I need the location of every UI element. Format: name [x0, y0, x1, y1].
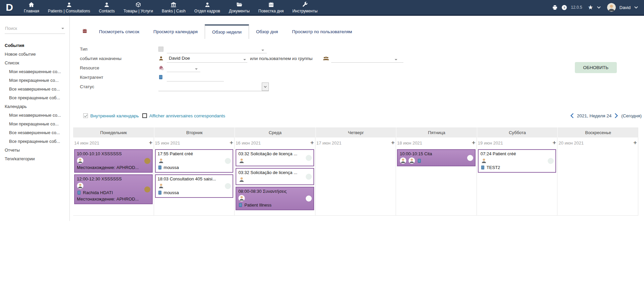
- help-icon[interactable]: ?: [561, 5, 567, 10]
- topmenu-item-документы[interactable]: Документы: [225, 0, 254, 15]
- sidebar-item-мои-незавершенные-со[interactable]: Мои незавершенные со...: [0, 67, 69, 76]
- tab-обзор-недели[interactable]: Обзор недели: [205, 24, 249, 39]
- day-events-cell: 10:00-10:15 Cita: [396, 148, 477, 215]
- calendar-event[interactable]: 18:03 Consultation 405 saisi...moussa: [155, 174, 234, 198]
- thirdparty-input[interactable]: [167, 73, 224, 81]
- tab-посмотреть-список[interactable]: Посмотреть список: [92, 24, 146, 39]
- sidebar-item-мои-прекращенные-со[interactable]: Мои прекращенные со...: [0, 120, 69, 128]
- next-week-chevron-icon[interactable]: [615, 113, 618, 118]
- sidebar-item-мои-прекращенные-со[interactable]: Мои прекращенные со...: [0, 76, 69, 85]
- print-icon[interactable]: [552, 5, 558, 10]
- assigned-user-dropdown[interactable]: David Doe: [167, 54, 247, 63]
- event-location: Местонахождение: APHROD...: [77, 196, 150, 202]
- topmenu-item-повестка-дня[interactable]: Повестка дня: [254, 0, 288, 15]
- anniversaries-toggle[interactable]: Afficher anniversaires correspondants: [142, 113, 225, 118]
- user-menu[interactable]: David: [620, 5, 631, 10]
- calendar-event[interactable]: 07:24 Patient crééTEST2: [478, 149, 556, 173]
- event-company-name: moussa: [164, 189, 179, 196]
- tools-icon: [302, 1, 308, 8]
- event-avatar-row: [158, 182, 231, 189]
- filter-row-thirdparty: Контрагент: [80, 72, 644, 82]
- sidebar-item-календарь[interactable]: Календарь: [0, 102, 69, 111]
- sidebar-item-список[interactable]: Список: [0, 59, 69, 67]
- topmenu-item-товары-услуги[interactable]: Товары | Услуги: [119, 0, 157, 15]
- topmenu-item-главная[interactable]: Главная: [19, 0, 44, 15]
- topmenu-item-patients-consultations[interactable]: Patients | Consultations: [44, 0, 95, 15]
- company-icon: [158, 190, 162, 195]
- sidebar-search-input[interactable]: Поиск: [5, 26, 65, 34]
- type-checkbox[interactable]: [158, 47, 163, 52]
- day-events-cell: [315, 148, 396, 215]
- event-title: 08:00-08:30 Συναντήσεις: [238, 188, 311, 194]
- event-company-row: Rachida HDATI: [77, 189, 150, 196]
- sidebar-item-все-незавершенные-со[interactable]: Все незавершенные со...: [0, 85, 69, 94]
- calendar-event[interactable]: 03:32 Solicitação de licença ...: [236, 168, 314, 185]
- calendar-event[interactable]: 12:00-12:30 XSSSSSSRachida HDATIМестонах…: [74, 174, 153, 204]
- anniversaries-checkbox[interactable]: [142, 113, 147, 118]
- bank-icon: [170, 1, 177, 8]
- sidebar-item-отчеты[interactable]: Отчеты: [0, 146, 69, 155]
- topmenu-item-label: Banks | Cash: [162, 9, 186, 13]
- event-title: 07:24 Patient créé: [481, 151, 554, 157]
- thirdparty-label: Контрагент: [80, 75, 158, 80]
- sidebar-item-все-прекращенные-соб[interactable]: Все прекращенные соб...: [0, 94, 69, 102]
- app-logo[interactable]: D: [3, 0, 16, 15]
- sidebar-item-все-прекращенные-соб[interactable]: Все прекращенные соб...: [0, 137, 69, 146]
- hr-icon: [204, 1, 210, 8]
- avatar-icon: [238, 195, 245, 202]
- calendar-event[interactable]: 03:32 Solicitação de licença ...: [236, 149, 314, 166]
- sidebar-item-мои-незавершенные-со[interactable]: Мои незавершенные со...: [0, 111, 69, 120]
- topmenu-item-contacts[interactable]: Contacts: [95, 0, 119, 15]
- day-date-cell: 17 июн 2021+: [315, 137, 396, 148]
- event-title: 03:32 Solicitação de licença ...: [238, 151, 311, 157]
- add-event-button[interactable]: +: [472, 140, 476, 145]
- top-navbar: D ГлавнаяPatients | ConsultationsContact…: [0, 0, 644, 16]
- add-event-button[interactable]: +: [149, 140, 152, 145]
- update-button[interactable]: ОБНОВИТЬ: [575, 62, 617, 73]
- topmenu-item-отдел-кадров[interactable]: Отдел кадров: [190, 0, 225, 15]
- internal-calendar-toggle[interactable]: Внутренний календарь: [83, 113, 139, 118]
- internal-calendar-checkbox[interactable]: [83, 113, 88, 118]
- calendar-event[interactable]: 17:55 Patient créémoussa: [155, 149, 234, 173]
- sidebar-item-новое-событие[interactable]: Новое событие: [0, 50, 69, 59]
- status-dot: [306, 174, 312, 180]
- group-dropdown[interactable]: [331, 54, 403, 63]
- sidebar-section-title: События: [0, 41, 69, 50]
- bookmarks-star-icon[interactable]: ★: [588, 4, 593, 10]
- event-title: 03:32 Solicitação de licença ...: [238, 169, 311, 176]
- type-dropdown[interactable]: [167, 45, 267, 53]
- topmenu-item-инструменты[interactable]: Инструменты: [288, 0, 322, 15]
- user-chevron-down-icon[interactable]: [634, 6, 638, 9]
- add-event-button[interactable]: +: [633, 140, 637, 145]
- previous-week-chevron-icon[interactable]: [571, 113, 574, 118]
- day-events-cell: 17:55 Patient créémoussa18:03 Consultati…: [154, 148, 235, 215]
- chevron-down-icon: [195, 68, 198, 71]
- internal-calendar-label[interactable]: Внутренний календарь: [90, 113, 139, 118]
- add-event-button[interactable]: +: [230, 140, 233, 145]
- topmenu-item-banks-cash[interactable]: Banks | Cash: [157, 0, 190, 15]
- tab-просмотр-по-пользователям[interactable]: Просмотр по пользователям: [285, 24, 359, 39]
- add-event-button[interactable]: +: [310, 140, 314, 145]
- today-link[interactable]: (Сегодня): [621, 113, 642, 118]
- calendar-options-bar: Внутренний календарь Afficher anniversai…: [83, 112, 638, 119]
- topmenu-item-label: Инструменты: [292, 9, 317, 13]
- company-icon: [77, 190, 81, 195]
- calendar-event[interactable]: 10:00-10:15 Cita: [397, 149, 476, 166]
- tab-обзор-дня[interactable]: Обзор дня: [249, 24, 285, 39]
- resource-dropdown[interactable]: [167, 64, 200, 72]
- calendar-event[interactable]: 10:00-10:10 XSSSSSSМестонахождение: APHR…: [74, 149, 153, 173]
- search-chevron-down-icon: [61, 28, 64, 31]
- calendar-event[interactable]: 08:00-08:30 ΣυναντήσειςPatient Illness: [236, 187, 314, 210]
- tab-просмотр-календаря[interactable]: Просмотр календаря: [146, 24, 205, 39]
- day-header: Четверг: [315, 127, 396, 137]
- agenda-calendar-icon[interactable]: [78, 29, 92, 39]
- event-company-name: TEST2: [487, 164, 500, 171]
- bookmarks-chevron-down-icon[interactable]: [597, 6, 601, 9]
- user-avatar[interactable]: [607, 3, 616, 12]
- add-event-button[interactable]: +: [391, 140, 395, 145]
- anniversaries-label[interactable]: Afficher anniversaires correspondants: [149, 113, 225, 118]
- sidebar-item-теги-категории[interactable]: Теги/категории: [0, 155, 69, 163]
- sidebar-item-все-незавершенные-со[interactable]: Все незавершенные со...: [0, 128, 69, 137]
- add-event-button[interactable]: +: [552, 140, 556, 145]
- status-select[interactable]: [158, 82, 269, 91]
